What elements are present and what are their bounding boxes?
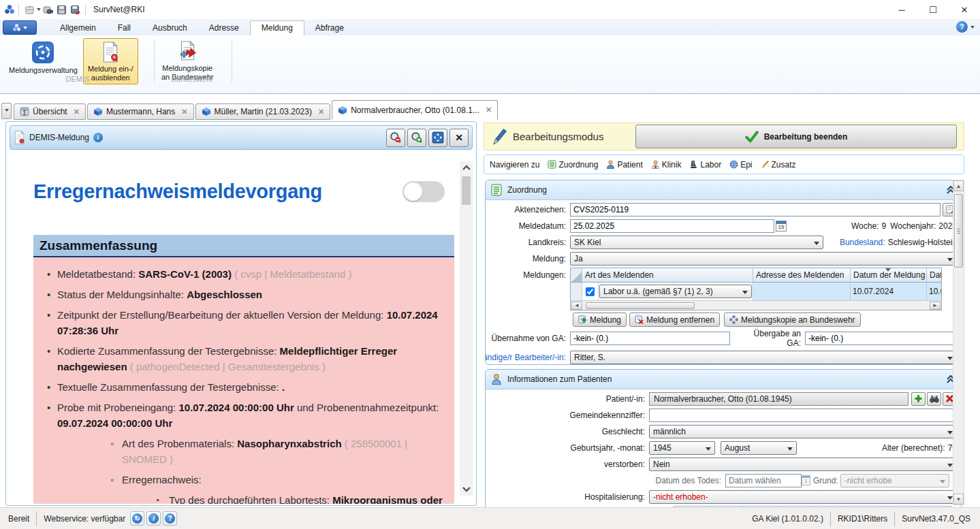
window-title: SurvNet@RKI [93,5,145,14]
scrollbar-thumb[interactable] [586,302,695,309]
add-meldung-button[interactable]: Meldung [573,312,627,327]
column-header[interactable]: Dat [927,268,941,283]
summary-item: Meldetatbestand: SARS-CoV-1 (2003) ( cvs… [42,266,445,282]
tab-mueller-martin[interactable]: Müller, Martin (21.03.2023) ✕ [195,103,331,120]
info-icon: i [148,513,159,524]
scroll-up-icon[interactable]: ▲ [953,180,964,191]
field-label: Übernahme von GA: [487,334,570,343]
geburtsjahr-dropdown[interactable]: 1945 [649,441,715,455]
ribbon-tab-ausbruch[interactable]: Ausbruch [142,21,198,35]
datum-des-todes-input[interactable] [725,474,802,487]
table-row[interactable]: Labor u.ä. (gemäß §7 (1) 2, 3) 10.07.202… [571,283,941,300]
nav-patient[interactable]: Patient [606,160,642,170]
search-case-icon[interactable] [41,3,54,16]
scroll-right-icon[interactable]: ► [930,302,941,310]
ribbon-tab-abfrage[interactable]: Abfrage [304,21,355,35]
add-patient-button[interactable] [911,392,926,406]
tab-uebersicht[interactable]: Σ Übersicht ✕ [14,103,86,120]
meldungskopie-bundeswehr-button[interactable]: Meldungskopie an Bundeswehr [724,312,860,327]
chevron-down-icon[interactable] [970,26,975,31]
scroll-down-icon[interactable] [460,483,473,496]
scrollbar-thumb[interactable] [954,194,963,268]
column-header[interactable]: Adresse des Meldenden [753,268,851,283]
gemeindekennziffer-input[interactable] [649,408,957,422]
ribbon-tab-meldung[interactable]: Meldung [250,20,304,35]
maximize-button[interactable]: ☐ [917,1,949,18]
remove-meldung-button[interactable]: Meldung entfernen [629,312,720,327]
tab-mustermann-hans[interactable]: Mustermann, Hans ✕ [87,103,194,120]
scroll-left-icon[interactable]: ◄ [571,302,582,310]
field-label: Meldedatum: [487,221,570,231]
row-checkbox[interactable] [586,287,595,296]
hospitalisierung-dropdown[interactable]: -nicht erhoben- [649,490,957,504]
ribbon-tab-allgemein[interactable]: Allgemein [49,21,107,35]
geschlecht-dropdown[interactable]: männlich [649,425,957,438]
nav-epi[interactable]: Epi [729,160,752,170]
close-button[interactable]: ✕ [949,1,980,18]
summary-subitem: Art des Probenmaterials: Nasopharynxabst… [108,436,445,467]
field-label: Landkreis: [487,238,570,247]
app-logo-icon [4,4,15,15]
nav-klinik[interactable]: Klinik [651,160,682,170]
select-all-corner[interactable] [571,268,582,283]
scroll-down-icon[interactable]: ▼ [953,494,964,504]
landkreis-dropdown[interactable]: SK Kiel [570,236,823,249]
bearbeiter-dropdown[interactable]: Ritter, S. [570,351,957,364]
list-icon [548,160,556,169]
scrollbar-thumb[interactable] [462,176,471,205]
nav-labor[interactable]: Labor [689,160,721,170]
close-icon[interactable]: ✕ [486,106,492,114]
horizontal-scrollbar[interactable]: ◄ ► [571,300,941,310]
fit-to-window-button[interactable] [428,129,447,147]
alter-label: Alter (berechnet): [882,443,945,453]
aktenzeichen-input[interactable] [570,203,941,217]
minimize-button[interactable]: ─ [886,1,917,18]
view-toggle[interactable] [402,181,445,202]
grund-dropdown[interactable]: -nicht erhobe [840,474,949,487]
vertical-scrollbar[interactable]: ▲ ▼ [953,180,964,505]
tab-normalverbraucher-otto[interactable]: Normalverbraucher, Otto (01.08.1... ✕ [332,100,498,120]
save-icon[interactable] [54,3,68,16]
new-case-icon[interactable] [22,3,36,16]
info-icon[interactable]: i [93,133,103,142]
close-report-button[interactable]: ✕ [449,129,469,147]
section-header-zuordnung[interactable]: Zuordnung [486,180,961,200]
verstorben-dropdown[interactable]: Nein [649,458,957,471]
meldedatum-input[interactable] [570,219,774,233]
uebernahme-ga-input[interactable] [570,332,730,345]
webservice-help-button[interactable]: ? [163,511,177,526]
art-des-meldenden-dropdown[interactable]: Labor u.ä. (gemäß §7 (1) 2, 3) [599,285,752,298]
help-icon[interactable]: ? [956,21,968,33]
zoom-in-button[interactable] [407,129,426,147]
meldung-dropdown[interactable]: Ja [570,252,957,266]
column-header-sorted[interactable]: Datum der Meldung [851,268,927,283]
zoom-out-button[interactable] [386,129,405,147]
save-export-icon[interactable] [68,3,82,16]
bundesland-link[interactable]: Bundesland: [840,238,885,247]
close-icon[interactable]: ✕ [318,108,324,116]
lab-icon [689,160,698,169]
uebergabe-ga-input[interactable] [805,332,957,345]
tab-list-dropdown-button[interactable] [1,103,12,119]
patient-field[interactable]: Normalverbraucher, Otto (01.08.1945) [649,392,908,406]
app-menu-button[interactable] [3,20,37,35]
section-header-patient[interactable]: Informationen zum Patienten [486,370,961,389]
scroll-up-icon[interactable] [460,161,473,174]
calendar-icon[interactable]: 15 [776,221,787,231]
webservice-refresh-button[interactable]: ↻ [130,511,144,526]
geburtsmonat-dropdown[interactable]: August [721,441,797,455]
close-icon[interactable]: ✕ [181,108,187,116]
ribbon-tab-adresse[interactable]: Adresse [198,21,250,35]
toggle-knob [404,182,422,201]
finish-editing-button[interactable]: Bearbeitung beenden [635,125,957,148]
column-header[interactable]: Art des Meldenden [582,268,753,283]
nav-zuordnung[interactable]: Zuordnung [548,160,598,170]
nav-zusatz[interactable]: Zusatz [761,160,796,170]
vertical-scrollbar[interactable] [460,161,473,496]
webservice-info-button[interactable]: i [146,511,161,526]
search-patient-button[interactable] [927,392,941,406]
close-icon[interactable]: ✕ [74,108,80,116]
field-label: Meldung: [487,254,570,263]
ribbon-tab-fall[interactable]: Fall [107,21,142,35]
meldungsverwaltung-button[interactable]: Meldungsverwaltung [5,38,82,76]
